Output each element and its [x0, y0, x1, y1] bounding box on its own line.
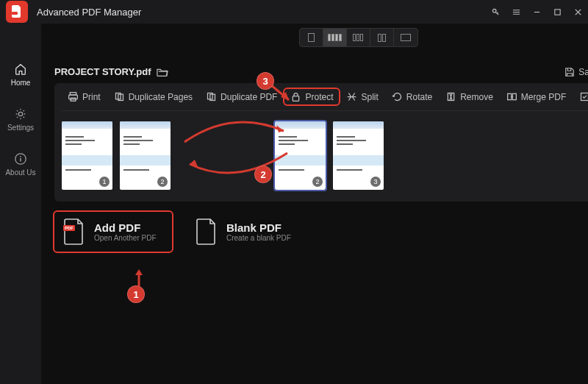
duplicate-pages-icon	[114, 91, 125, 102]
sidebar-label: Home	[11, 79, 31, 87]
svg-point-3	[18, 112, 22, 115]
svg-point-1	[492, 9, 496, 13]
close-button[interactable]	[567, 0, 588, 24]
view-four[interactable]	[323, 29, 347, 46]
home-icon	[14, 63, 27, 76]
sidebar-label: About Us	[5, 168, 35, 177]
thumbnails: 1 2 2 3	[62, 111, 588, 194]
svg-rect-15	[508, 93, 512, 99]
rotate-icon	[392, 91, 403, 102]
select-all-button[interactable]: Select All	[573, 89, 588, 104]
sidebar-item-settings[interactable]: Settings	[0, 102, 41, 138]
minimize-button[interactable]	[526, 0, 547, 24]
svg-rect-16	[512, 93, 516, 99]
view-mode-switch	[299, 28, 418, 47]
split-icon	[346, 91, 357, 102]
maximize-button[interactable]	[547, 0, 567, 24]
svg-point-5	[20, 156, 21, 157]
page-thumb[interactable]: 3	[333, 121, 384, 190]
svg-rect-2	[554, 9, 559, 14]
print-icon	[68, 91, 79, 102]
annotation-arrow	[132, 267, 146, 288]
svg-rect-13	[293, 96, 299, 102]
rotate-button[interactable]: Rotate	[386, 89, 438, 104]
sidebar: Home Settings About Us	[0, 24, 41, 384]
svg-rect-7	[69, 95, 78, 99]
save-button[interactable]: Save	[564, 67, 588, 77]
svg-rect-0	[12, 12, 18, 15]
workspace: Print Duplicate Pages Duplicate PDF Prot…	[54, 83, 588, 202]
view-three[interactable]	[347, 29, 370, 46]
card-subtitle: Create a blank PDF	[226, 234, 291, 242]
protect-button[interactable]: Protect	[284, 89, 339, 104]
svg-rect-17	[581, 93, 588, 101]
sidebar-label: Settings	[7, 124, 34, 132]
key-icon[interactable]	[485, 0, 506, 24]
action-cards: PDF Add PDF Open Another PDF Blank PDF C…	[54, 212, 588, 252]
card-subtitle: Open Another PDF	[94, 234, 157, 242]
blank-pdf-icon	[196, 218, 218, 246]
page-thumb-selected[interactable]: 2	[275, 121, 326, 190]
app-logo	[6, 1, 28, 23]
menu-icon[interactable]	[506, 0, 526, 24]
sidebar-item-home[interactable]: Home	[0, 57, 41, 93]
annotation-step-2: 2	[254, 166, 272, 183]
split-button[interactable]: Split	[340, 89, 384, 104]
info-icon	[14, 152, 27, 166]
content-area: PROJECT STORY.pdf Save Save As Print Dup…	[41, 24, 588, 384]
annotation-step-1: 1	[127, 285, 145, 303]
select-all-icon	[579, 91, 588, 102]
remove-icon	[445, 91, 456, 102]
gear-icon	[14, 107, 27, 121]
window-controls	[485, 0, 588, 24]
lock-icon	[290, 91, 301, 102]
blank-pdf-card[interactable]: Blank PDF Create a blank PDF	[187, 212, 304, 252]
merge-button[interactable]: Merge PDF	[501, 89, 572, 104]
card-title: Blank PDF	[226, 221, 291, 234]
page-thumb[interactable]: 2	[120, 121, 171, 190]
view-wide[interactable]	[394, 29, 417, 46]
app-title: Advanced PDF Manager	[37, 7, 485, 18]
annotation-step-3: 3	[257, 72, 274, 90]
folder-open-icon[interactable]	[157, 67, 168, 77]
page-thumb[interactable]: 1	[62, 121, 112, 190]
print-button[interactable]: Print	[62, 89, 107, 104]
merge-icon	[506, 91, 517, 102]
remove-button[interactable]: Remove	[440, 89, 499, 104]
toolbar: Print Duplicate Pages Duplicate PDF Prot…	[62, 83, 588, 111]
view-single[interactable]	[300, 29, 323, 46]
add-pdf-icon: PDF	[63, 218, 85, 246]
titlebar: Advanced PDF Manager	[0, 0, 588, 24]
add-pdf-card[interactable]: PDF Add PDF Open Another PDF	[54, 212, 172, 252]
duplicate-pages-button[interactable]: Duplicate Pages	[108, 89, 198, 104]
card-title: Add PDF	[94, 221, 157, 234]
save-icon	[564, 67, 575, 77]
file-name: PROJECT STORY.pdf	[54, 66, 151, 77]
view-two[interactable]	[370, 29, 394, 46]
duplicate-pdf-button[interactable]: Duplicate PDF	[200, 89, 283, 104]
file-title: PROJECT STORY.pdf	[54, 66, 168, 77]
duplicate-pdf-icon	[206, 91, 217, 102]
svg-text:PDF: PDF	[65, 226, 74, 230]
sidebar-item-about[interactable]: About Us	[0, 146, 41, 182]
